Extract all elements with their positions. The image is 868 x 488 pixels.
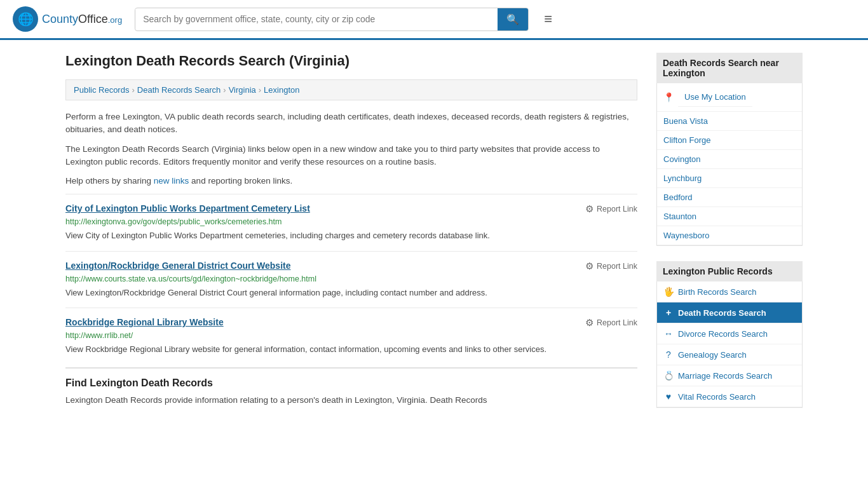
menu-button[interactable]: ≡	[541, 8, 555, 30]
new-links-link[interactable]: new links	[154, 176, 189, 186]
nearby-city-link-bedford[interactable]: Bedford	[657, 188, 802, 207]
public-records-list-item[interactable]: 🖐 Birth Records Search	[657, 281, 802, 302]
sidebar: Death Records Search near Lexington 📍 Us…	[656, 53, 803, 423]
public-records-list-item[interactable]: 💍 Marriage Records Search	[657, 365, 802, 386]
nearby-city-link-buena-vista[interactable]: Buena Vista	[657, 112, 802, 131]
record-link-desc: View Lexington/Rockbridge General Distri…	[65, 287, 637, 299]
nearby-city-bedford[interactable]: Bedford	[657, 188, 802, 207]
records-icon: ↔	[663, 329, 674, 339]
records-label: Marriage Records Search	[678, 371, 772, 381]
report-link-button[interactable]: ⚙ Report Link	[585, 261, 637, 272]
record-link-desc: View Rockbridge Regional Library website…	[65, 343, 637, 356]
record-link-url: http://lexingtonva.gov/gov/depts/public_…	[65, 217, 637, 226]
records-label: Divorce Records Search	[678, 329, 768, 339]
nearby-city-lynchburg[interactable]: Lynchburg	[657, 169, 802, 188]
public-records-link[interactable]: ? Genealogy Search	[657, 344, 802, 365]
breadcrumb-lexington[interactable]: Lexington	[264, 85, 299, 95]
breadcrumb-death-records-search[interactable]: Death Records Search	[137, 85, 221, 95]
record-link-url: http://www.rrlib.net/	[65, 331, 637, 340]
nearby-city-link-covington[interactable]: Covington	[657, 150, 802, 169]
breadcrumb: Public Records › Death Records Search › …	[65, 79, 637, 100]
records-label: Birth Records Search	[678, 287, 757, 297]
nearby-city-link-waynesboro[interactable]: Waynesboro	[657, 226, 802, 245]
public-records-list-item[interactable]: ? Genealogy Search	[657, 344, 802, 365]
report-link-label: Report Link	[597, 262, 637, 271]
description-para1: Perform a free Lexington, VA public deat…	[65, 111, 637, 137]
record-link-title[interactable]: City of Lexington Public Works Departmen…	[65, 203, 310, 214]
nearby-city-waynesboro[interactable]: Waynesboro	[657, 226, 802, 245]
search-button[interactable]: 🔍	[498, 8, 528, 30]
records-icon: ?	[663, 349, 674, 360]
public-records-link[interactable]: + Death Records Search	[657, 302, 802, 323]
records-icon: 💍	[663, 370, 674, 381]
public-records-link[interactable]: ↔ Divorce Records Search	[657, 323, 802, 344]
record-link-url: http://www.courts.state.va.us/courts/gd/…	[65, 274, 637, 283]
record-link-title[interactable]: Rockbridge Regional Library Website	[65, 317, 224, 327]
search-input[interactable]	[135, 9, 498, 29]
report-link-button[interactable]: ⚙ Report Link	[585, 317, 637, 329]
location-pin-icon: 📍	[663, 92, 674, 102]
record-links-container: City of Lexington Public Works Departmen…	[65, 194, 637, 365]
breadcrumb-virginia[interactable]: Virginia	[229, 85, 256, 95]
public-records-title: Lexington Public Records	[656, 261, 803, 281]
nearby-city-link-clifton-forge[interactable]: Clifton Forge	[657, 131, 802, 150]
report-link-button[interactable]: ⚙ Report Link	[585, 203, 637, 215]
public-records-link[interactable]: 🖐 Birth Records Search	[657, 281, 802, 302]
records-icon: ♥	[663, 391, 674, 402]
page-title: Lexington Death Records Search (Virginia…	[65, 53, 637, 69]
nearby-city-covington[interactable]: Covington	[657, 150, 802, 169]
public-records-list: 🖐 Birth Records Search + Death Records S…	[656, 281, 803, 408]
report-icon: ⚙	[585, 261, 593, 272]
use-location-link[interactable]: Use My Location	[678, 88, 752, 107]
records-label: Vital Records Search	[678, 392, 756, 402]
public-records-link[interactable]: ♥ Vital Records Search	[657, 386, 802, 407]
public-records-list-item[interactable]: ↔ Divorce Records Search	[657, 323, 802, 344]
records-label: Genealogy Search	[678, 350, 747, 360]
public-records-section: Lexington Public Records 🖐 Birth Records…	[656, 261, 803, 408]
use-location-item[interactable]: 📍 Use My Location	[657, 83, 802, 112]
public-records-list-item[interactable]: + Death Records Search	[657, 302, 802, 323]
record-link-item: Rockbridge Regional Library Website ⚙ Re…	[65, 308, 637, 365]
description-para3: Help others by sharing new links and rep…	[65, 175, 637, 187]
description-para2: The Lexington Death Records Search (Virg…	[65, 143, 637, 169]
header: 🌐 CountyOffice.org 🔍 ≡	[0, 0, 868, 40]
nearby-list: 📍 Use My Location Buena Vista Clifton Fo…	[656, 83, 803, 246]
public-records-link[interactable]: 💍 Marriage Records Search	[657, 365, 802, 386]
find-section: Find Lexington Death Records Lexington D…	[65, 367, 637, 407]
record-link-item: Lexington/Rockbridge General District Co…	[65, 251, 637, 308]
records-icon: +	[663, 308, 674, 318]
logo[interactable]: 🌐 CountyOffice.org	[13, 6, 122, 32]
records-icon: 🖐	[663, 287, 674, 297]
content-area: Lexington Death Records Search (Virginia…	[65, 53, 637, 423]
logo-text: CountyOffice.org	[42, 13, 122, 26]
nearby-city-link-staunton[interactable]: Staunton	[657, 207, 802, 226]
record-link-item: City of Lexington Public Works Departmen…	[65, 194, 637, 251]
record-link-desc: View City of Lexington Public Works Depa…	[65, 229, 637, 242]
nearby-title: Death Records Search near Lexington	[656, 53, 803, 83]
public-records-list-item[interactable]: ♥ Vital Records Search	[657, 386, 802, 407]
search-bar: 🔍	[135, 8, 529, 31]
find-section-desc: Lexington Death Records provide informat…	[65, 394, 637, 407]
records-label: Death Records Search	[678, 308, 766, 318]
report-link-label: Report Link	[597, 318, 637, 327]
nearby-city-clifton-forge[interactable]: Clifton Forge	[657, 131, 802, 150]
main-container: Lexington Death Records Search (Virginia…	[53, 40, 815, 436]
nearby-city-buena-vista[interactable]: Buena Vista	[657, 112, 802, 131]
report-icon: ⚙	[585, 203, 593, 215]
nearby-section: Death Records Search near Lexington 📍 Us…	[656, 53, 803, 246]
logo-icon: 🌐	[13, 6, 38, 32]
find-section-title: Find Lexington Death Records	[65, 377, 637, 389]
report-link-label: Report Link	[597, 205, 637, 214]
report-icon: ⚙	[585, 317, 593, 329]
nearby-city-link-lynchburg[interactable]: Lynchburg	[657, 169, 802, 188]
nearby-city-staunton[interactable]: Staunton	[657, 207, 802, 226]
record-link-title[interactable]: Lexington/Rockbridge General District Co…	[65, 261, 290, 271]
breadcrumb-public-records[interactable]: Public Records	[74, 85, 129, 95]
